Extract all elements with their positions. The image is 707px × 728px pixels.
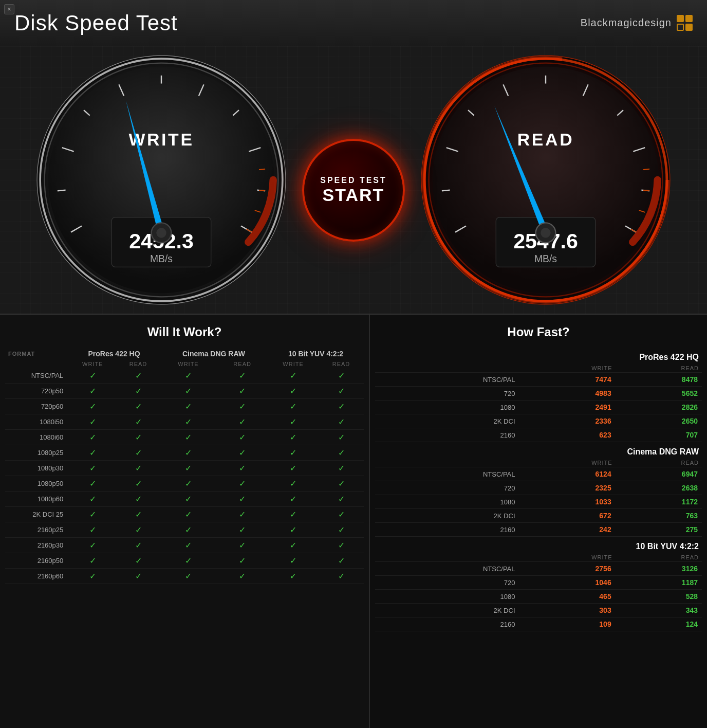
start-button-line2: START: [323, 185, 385, 205]
svg-line-15: [259, 169, 265, 170]
hf-col-label: READ: [616, 364, 702, 373]
wiw-write-3: WRITE: [268, 360, 319, 368]
start-button[interactable]: SPEED TEST START: [302, 139, 405, 242]
check-cell: ✓: [117, 538, 159, 553]
hf-col-label: WRITE: [519, 364, 616, 373]
check-cell: ✓: [117, 507, 159, 522]
close-button[interactable]: ×: [4, 4, 14, 14]
check-cell: ✓: [268, 476, 319, 492]
hf-data-row: 108010331172: [375, 495, 702, 509]
svg-line-5: [58, 190, 66, 191]
check-cell: ✓: [217, 476, 268, 492]
hf-row-label: 720: [375, 576, 519, 590]
check-cell: ✓: [319, 492, 364, 507]
hf-read-value: 5652: [616, 387, 702, 401]
hf-write-value: 2491: [519, 401, 616, 414]
check-cell: ✓: [268, 368, 319, 384]
check-cell: ✓: [68, 569, 117, 584]
table-row: 2160p60✓✓✓✓✓✓: [5, 569, 364, 584]
hf-read-value: 1187: [616, 576, 702, 590]
check-cell: ✓: [117, 445, 159, 461]
format-cell: 1080p50: [5, 476, 68, 492]
wiw-read-2: READ: [217, 360, 268, 368]
check-cell: ✓: [160, 368, 217, 384]
write-gauge-svg: WRITE 2452.3 MB/s: [31, 49, 292, 311]
hf-write-value: 109: [519, 617, 616, 631]
hf-row-label: 2K DCI: [375, 604, 519, 617]
check-cell: ✓: [217, 445, 268, 461]
check-cell: ✓: [319, 522, 364, 538]
hf-read-value: 3126: [616, 562, 702, 576]
format-cell: 1080p30: [5, 461, 68, 476]
hf-write-value: 242: [519, 523, 616, 537]
check-cell: ✓: [217, 492, 268, 507]
read-gauge-wrapper: READ 2547.6 MB/s: [415, 49, 676, 311]
check-cell: ✓: [117, 492, 159, 507]
check-cell: ✓: [160, 507, 217, 522]
check-cell: ✓: [160, 522, 217, 538]
hf-section-header: Cinema DNG RAW: [375, 442, 702, 459]
hf-write-value: 2336: [519, 414, 616, 428]
hf-read-value: 707: [616, 428, 702, 442]
hf-data-row: 2160109124: [375, 617, 702, 631]
hf-section-header: 10 Bit YUV 4:2:2: [375, 537, 702, 554]
table-row: 1080p60✓✓✓✓✓✓: [5, 492, 364, 507]
wiw-col1-header: ProRes 422 HQ: [68, 348, 159, 360]
check-cell: ✓: [117, 399, 159, 414]
hf-read-value: 763: [616, 509, 702, 523]
bottom-section: Will It Work? FORMAT ProRes 422 HQ Cinem…: [0, 314, 707, 728]
check-cell: ✓: [160, 569, 217, 584]
check-cell: ✓: [268, 399, 319, 414]
hf-data-row: 1080465528: [375, 590, 702, 604]
check-cell: ✓: [268, 507, 319, 522]
check-cell: ✓: [68, 507, 117, 522]
check-cell: ✓: [117, 430, 159, 445]
hf-col-label: [375, 364, 519, 373]
hf-col-header: WRITEREAD: [375, 553, 702, 562]
svg-line-16: [259, 190, 265, 191]
hf-write-value: 2756: [519, 562, 616, 576]
format-cell: 1080p60: [5, 492, 68, 507]
hf-row-label: 2K DCI: [375, 509, 519, 523]
table-row: 2K DCI 25✓✓✓✓✓✓: [5, 507, 364, 522]
hf-col-label: [375, 459, 519, 467]
hf-row-label: 2K DCI: [375, 414, 519, 428]
check-cell: ✓: [319, 430, 364, 445]
write-gauge-wrapper: WRITE 2452.3 MB/s: [31, 49, 292, 311]
close-icon: ×: [7, 6, 11, 13]
check-cell: ✓: [319, 553, 364, 569]
hf-write-value: 672: [519, 509, 616, 523]
check-cell: ✓: [160, 461, 217, 476]
brand-sq-2: [685, 15, 693, 22]
check-cell: ✓: [217, 399, 268, 414]
hf-row-label: NTSC/PAL: [375, 373, 519, 387]
check-cell: ✓: [319, 368, 364, 384]
svg-line-42: [643, 169, 649, 170]
hf-row-label: NTSC/PAL: [375, 467, 519, 481]
check-cell: ✓: [68, 476, 117, 492]
wiw-write-2: WRITE: [160, 360, 217, 368]
wiw-table-body: NTSC/PAL✓✓✓✓✓✓720p50✓✓✓✓✓✓720p60✓✓✓✓✓✓10…: [5, 368, 364, 584]
brand-sq-4: [685, 24, 693, 31]
app-title: Disk Speed Test: [14, 11, 178, 35]
wiw-col2-header: Cinema DNG RAW: [160, 348, 268, 360]
hf-read-value: 6947: [616, 467, 702, 481]
table-row: 1080p50✓✓✓✓✓✓: [5, 476, 364, 492]
wiw-format-header: FORMAT: [5, 348, 68, 360]
hf-table-body: ProRes 422 HQWRITEREADNTSC/PAL7474847872…: [375, 348, 702, 631]
check-cell: ✓: [217, 430, 268, 445]
check-cell: ✓: [68, 461, 117, 476]
check-cell: ✓: [68, 522, 117, 538]
hf-section-name: ProRes 422 HQ: [375, 348, 702, 364]
will-it-work-panel: Will It Work? FORMAT ProRes 422 HQ Cinem…: [0, 315, 370, 728]
hf-row-label: NTSC/PAL: [375, 562, 519, 576]
start-button-wrapper: SPEED TEST START: [292, 139, 415, 242]
table-row: 1080i50✓✓✓✓✓✓: [5, 414, 364, 430]
check-cell: ✓: [68, 430, 117, 445]
check-cell: ✓: [319, 414, 364, 430]
hf-row-label: 2160: [375, 428, 519, 442]
check-cell: ✓: [268, 430, 319, 445]
check-cell: ✓: [217, 569, 268, 584]
hf-write-value: 1033: [519, 495, 616, 509]
hf-row-label: 1080: [375, 401, 519, 414]
